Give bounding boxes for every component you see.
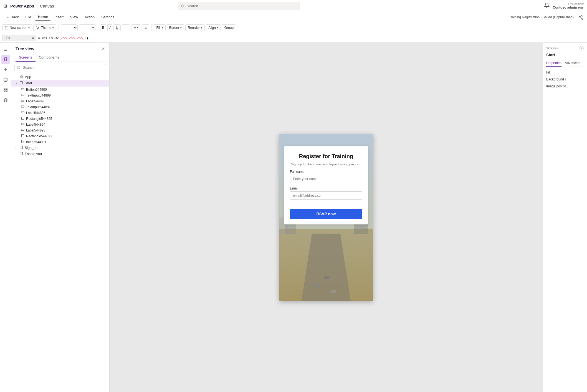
textinput544897-item[interactable]: TextInput544897: [21, 104, 109, 110]
components-icon[interactable]: [1, 96, 10, 105]
svg-rect-6: [5, 26, 8, 29]
tab-advanced[interactable]: Advanced: [565, 60, 580, 67]
thankyou-screen-item[interactable]: › Thank_you: [11, 151, 109, 157]
file-menu[interactable]: File: [23, 14, 34, 20]
font-color-button[interactable]: A ▾: [131, 24, 141, 31]
search-input[interactable]: [187, 4, 297, 8]
background-property[interactable]: Background i...: [546, 76, 584, 83]
label544894-item[interactable]: Label544894: [21, 122, 109, 127]
svg-point-2: [579, 16, 580, 18]
insert-menu[interactable]: Insert: [52, 14, 67, 20]
group-button[interactable]: Group: [222, 24, 236, 31]
rectangle544895-item[interactable]: Rectangle544895: [21, 116, 109, 122]
view-menu[interactable]: View: [67, 14, 81, 20]
app-item-label: App: [25, 75, 107, 79]
signup-screen-item[interactable]: › Sign_up: [11, 145, 109, 151]
fill-button[interactable]: Fill ▾: [154, 24, 165, 31]
svg-rect-18: [4, 90, 5, 92]
svg-rect-23: [20, 82, 23, 84]
image544891-item[interactable]: Image544891: [21, 139, 109, 145]
share-icon[interactable]: [578, 14, 584, 20]
tab-screens[interactable]: Screens: [16, 54, 36, 62]
label544896-item[interactable]: Label544896: [21, 110, 109, 116]
property-selector[interactable]: Fill: [2, 35, 36, 41]
data-icon[interactable]: [1, 75, 10, 85]
fx-label[interactable]: fx ▾: [42, 36, 47, 40]
app-tree-item[interactable]: App: [11, 74, 109, 80]
textinput-icon-2: [21, 105, 24, 109]
top-bar: ⊞ Power Apps | Canvas Environment Contos…: [0, 0, 587, 12]
align2-button[interactable]: Align ▾: [206, 24, 221, 31]
rsvp-button[interactable]: RSVP now: [290, 209, 362, 219]
svg-point-36: [22, 141, 23, 141]
svg-rect-45: [324, 276, 329, 279]
svg-point-7: [37, 27, 39, 29]
analytics-icon[interactable]: [1, 86, 10, 95]
toolbar-divider-3: [151, 24, 151, 31]
help-icon[interactable]: ?: [579, 46, 584, 50]
image-icon: [21, 140, 24, 144]
full-name-input[interactable]: [290, 175, 362, 183]
card-title: Register for Training: [290, 153, 362, 160]
textinput544899-item[interactable]: TextInput544899: [21, 92, 109, 98]
button544900-item[interactable]: Button544900: [21, 87, 109, 92]
textinput-icon-1: [21, 93, 24, 97]
bold-button[interactable]: B: [100, 24, 107, 31]
tree-search-area: [11, 62, 109, 74]
layers-icon[interactable]: [1, 55, 10, 64]
tree-close-button[interactable]: ✕: [101, 46, 105, 51]
email-input[interactable]: [290, 191, 362, 200]
label544898-item[interactable]: Label544898: [21, 98, 109, 104]
svg-rect-25: [21, 94, 24, 96]
home-menu[interactable]: Home: [35, 14, 50, 21]
label-icon-4: [21, 128, 24, 132]
tab-properties[interactable]: Properties: [546, 60, 561, 67]
back-button[interactable]: ← Back: [3, 14, 22, 20]
underline-button[interactable]: U: [113, 24, 121, 31]
full-name-label: Full name: [290, 170, 362, 174]
action-menu[interactable]: Action: [82, 14, 97, 20]
main-layout: ☰ Tree view ✕ Screens Components: [0, 43, 587, 392]
card-divider: [284, 205, 368, 205]
strikethrough-button[interactable]: —: [122, 24, 130, 31]
tab-components[interactable]: Components: [36, 54, 63, 62]
align-button[interactable]: ≡: [142, 24, 149, 31]
svg-rect-24: [21, 88, 24, 90]
theme-button[interactable]: Theme ▾: [33, 24, 56, 31]
rectangle544892-item[interactable]: Rectangle544892: [21, 133, 109, 139]
svg-point-14: [4, 78, 7, 79]
font-family-select[interactable]: [61, 24, 78, 31]
tree-search-input[interactable]: [14, 64, 106, 71]
add-icon[interactable]: [1, 65, 10, 74]
equals-sign: =: [38, 36, 40, 40]
formula-value[interactable]: RGBA(255, 255, 255, 1): [49, 36, 88, 40]
theme-icon: [36, 26, 40, 30]
right-panel-tabs: Properties Advanced: [546, 60, 584, 67]
image-position-property[interactable]: Image positio...: [546, 83, 584, 90]
svg-rect-33: [21, 129, 24, 131]
fill-property[interactable]: Fill: [546, 69, 584, 76]
settings-menu[interactable]: Settings: [98, 14, 117, 20]
hamburger-menu-icon[interactable]: ☰: [2, 45, 9, 54]
card-subtitle: Sign up for the annual employee training…: [290, 163, 362, 166]
new-screen-button[interactable]: New screen ▾: [2, 24, 32, 31]
reorder-button[interactable]: Reorder ▾: [185, 24, 205, 31]
app-grid-icon[interactable]: ⊞: [3, 3, 7, 9]
start-children: Button544900 TextInput544899 Label544898…: [11, 87, 109, 145]
svg-rect-32: [21, 123, 24, 125]
search-bar[interactable]: [178, 2, 300, 10]
search-icon: [181, 4, 184, 8]
border-button[interactable]: Border ▾: [167, 24, 184, 31]
notification-icon[interactable]: [544, 2, 550, 9]
svg-line-4: [580, 17, 582, 18]
canvas-area: Register for Training Sign up for the an…: [110, 43, 543, 392]
svg-rect-15: [4, 88, 5, 90]
start-screen-item[interactable]: ▾ Start ···: [11, 80, 109, 87]
rect-icon-2: [21, 134, 24, 138]
font-size-select[interactable]: [79, 24, 95, 31]
label544893-item[interactable]: Label544893: [21, 127, 109, 133]
italic-button[interactable]: /: [107, 24, 112, 31]
svg-rect-38: [20, 152, 23, 155]
toolbar-divider-1: [59, 24, 59, 31]
new-screen-chevron: ▾: [28, 26, 30, 29]
